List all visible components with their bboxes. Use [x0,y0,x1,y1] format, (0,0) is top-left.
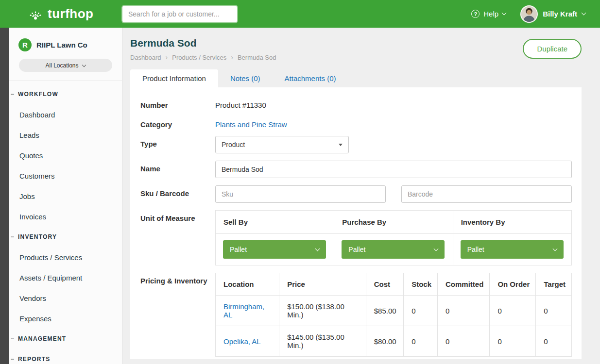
committed-cell: 0 [438,296,490,326]
uom-header-purchase-by: Purchase By [334,211,453,234]
section-label: MANAGEMENT [18,335,66,342]
sidebar-item-assets-equipment[interactable]: Assets / Equipment [9,267,122,288]
uom-header-inventory-by: Inventory By [453,211,571,234]
sidebar-item-vendors[interactable]: Vendors [9,288,122,308]
breadcrumb-products-services[interactable]: Products / Services [172,54,226,61]
sidebar-item-invoices[interactable]: Invoices [9,206,122,227]
type-select-value: Product [222,141,245,149]
pricing-header-row: Location Price Cost Stock Committed On O… [216,273,572,296]
target-cell: 0 [536,326,572,357]
breadcrumb-current: Bermuda Sod [238,54,276,61]
location-link-birmingham[interactable]: Birmingham, AL [223,302,264,319]
col-target: Target [536,273,572,296]
breadcrumb-separator-icon: › [166,53,168,61]
price-cell: $150.00 ($138.00 Min.) [279,296,366,326]
category-link[interactable]: Plants and Pine Straw [215,120,287,129]
sidebar-section-inventory: -- INVENTORY [9,227,122,247]
chevron-down-icon [552,246,557,251]
unit-of-measure-table: Sell By Purchase By Inventory By Pallet [215,210,572,265]
dropdown-arrow-icon [339,144,343,146]
col-price: Price [279,273,366,296]
type-select[interactable]: Product [215,136,349,153]
form-row-unit-of-measure: Unit of Measure Sell By Purchase By Inve… [140,210,572,265]
purchase-by-value: Pallet [348,246,365,253]
section-dash-icon: -- [11,91,14,98]
user-menu[interactable]: Billy Kraft [520,5,585,23]
sku-input[interactable] [215,185,386,203]
col-committed: Committed [438,273,490,296]
table-row: Opelika, AL $145.00 ($135.00 Min.) $80.0… [216,326,572,357]
turfhop-sprinkler-icon [27,6,44,22]
purchase-by-dropdown[interactable]: Pallet [342,240,445,259]
sell-by-value: Pallet [230,246,247,253]
sidebar-item-products-services[interactable]: Products / Services [9,247,122,267]
sidebar-item-quotes[interactable]: Quotes [9,145,122,165]
sidebar-section-management: -- MANAGEMENT [9,329,122,349]
breadcrumb-dashboard[interactable]: Dashboard [130,54,161,61]
company-header: R RIIPL Lawn Co [9,28,122,51]
sidebar-item-jobs[interactable]: Jobs [9,186,122,206]
sell-by-dropdown[interactable]: Pallet [223,240,326,259]
page-header: Bermuda Sod Dashboard › Products / Servi… [130,28,582,61]
on-order-cell: 0 [490,296,536,326]
stock-cell: 0 [404,296,438,326]
breadcrumb: Dashboard › Products / Services › Bermud… [130,53,276,61]
sidebar-item-leads[interactable]: Leads [9,125,122,145]
tab-product-information[interactable]: Product Information [130,69,218,87]
col-stock: Stock [404,273,438,296]
chevron-down-icon [582,11,586,16]
col-on-order: On Order [490,273,536,296]
inventory-by-dropdown[interactable]: Pallet [461,240,564,259]
section-label: REPORTS [18,356,50,363]
chevron-down-icon [502,11,507,16]
form-row-number: Number Product #11330 [140,97,572,109]
form-row-pricing-inventory: Pricing & Inventory Location Price Cost … [140,273,572,357]
duplicate-button[interactable]: Duplicate [523,39,582,59]
user-name: Billy Kraft [543,10,577,18]
form-row-type: Type Product [140,136,572,153]
search-container [122,6,237,22]
location-filter-dropdown[interactable]: All Locations [19,59,112,72]
number-value: Product #11330 [215,97,572,109]
sidebar-item-expenses[interactable]: Expenses [9,308,122,329]
sidebar-item-dashboard[interactable]: Dashboard [9,104,122,125]
uom-header-sell-by: Sell By [216,211,334,234]
breadcrumb-separator-icon: › [231,53,233,61]
table-row: Birmingham, AL $150.00 ($138.00 Min.) $8… [216,296,572,326]
name-label: Name [140,161,215,178]
logo-wordmark: turfhop [48,6,93,21]
unit-of-measure-label: Unit of Measure [140,210,215,265]
sidebar-section-workflow: -- WORKFLOW [9,84,122,104]
pricing-inventory-table: Location Price Cost Stock Committed On O… [215,273,572,357]
cost-cell: $80.00 [366,326,403,357]
section-dash-icon: -- [11,233,14,240]
main-content: Bermuda Sod Dashboard › Products / Servi… [122,28,600,364]
avatar [520,5,538,23]
section-label: INVENTORY [18,233,57,240]
sidebar-section-reports: -- REPORTS [9,349,122,364]
barcode-input[interactable] [401,185,572,203]
turfhop-logo[interactable]: turfhop [0,6,122,22]
committed-cell: 0 [438,326,490,357]
sidebar-nav: -- WORKFLOW Dashboard Leads Quotes Custo… [9,81,122,364]
sku-barcode-label: Sku / Barcode [140,185,215,203]
section-dash-icon: -- [11,335,14,342]
form-row-name: Name [140,161,572,178]
help-menu[interactable]: ? Help [471,10,506,18]
section-dash-icon: -- [11,356,14,363]
chevron-down-icon [82,63,86,66]
tab-attachments[interactable]: Attachments (0) [273,69,348,87]
top-header: turfhop ? Help Billy Kraft [0,0,600,28]
tab-notes[interactable]: Notes (0) [218,69,273,87]
target-cell: 0 [536,296,572,326]
product-info-panel: Number Product #11330 Category Plants an… [130,87,582,359]
topbar-right: ? Help Billy Kraft [471,5,600,23]
page-title: Bermuda Sod [130,37,276,49]
sidebar-item-customers[interactable]: Customers [9,165,122,186]
category-label: Category [140,116,215,129]
tab-bar: Product Information Notes (0) Attachment… [130,69,582,87]
col-cost: Cost [366,273,403,296]
location-link-opelika[interactable]: Opelika, AL [223,337,261,346]
name-input[interactable] [215,161,572,178]
global-search-input[interactable] [122,6,237,22]
